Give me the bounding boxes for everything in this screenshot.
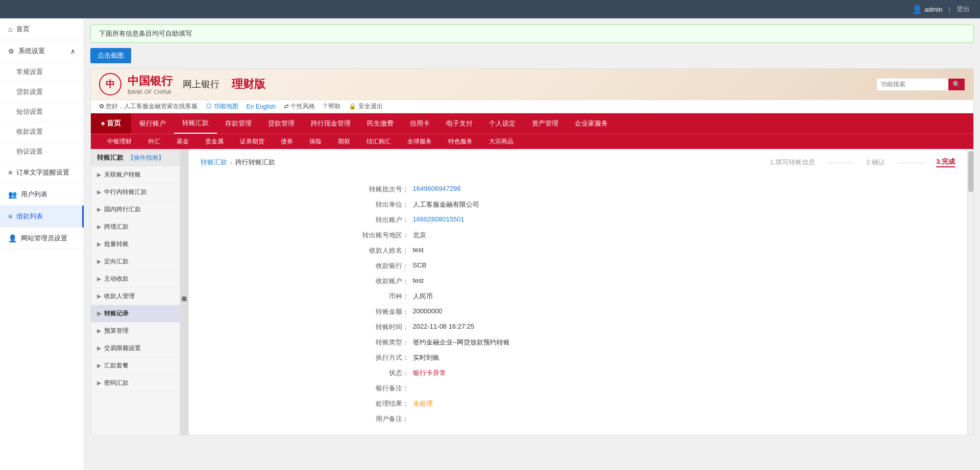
sidebar-item-collection[interactable]: 收款设置	[0, 122, 84, 142]
bank-style[interactable]: ⇄ 个性风格	[284, 102, 315, 111]
bank-help[interactable]: ? 帮助	[323, 102, 340, 111]
bank-map[interactable]: ◎ 功能地图	[206, 102, 238, 111]
bank-nav-account[interactable]: 银行账户	[131, 114, 174, 133]
bank-content: 转账汇款 【操作指南】 ▶ 关联账户转账 ▶ 中行内转账汇款 ▶ 国内跨行汇款	[91, 149, 973, 435]
bank-sidebar-transfer-records[interactable]: ▶ 转账记录	[91, 305, 180, 323]
bank-nav-deposit[interactable]: 存款管理	[217, 114, 260, 133]
bank-safe-exit[interactable]: 🔒 安全退出	[349, 102, 382, 111]
bank-english[interactable]: En English	[247, 103, 276, 110]
detail-row-currency: 币种： 人民币	[352, 289, 804, 304]
sidebar-item-loan-list[interactable]: ≡ 借款列表	[0, 206, 84, 228]
sidebar-item-user-list[interactable]: 👥 用户列表	[0, 184, 84, 206]
detail-row-user-note: 用户备注：	[352, 411, 804, 427]
sidebar-system-label: 系统设置	[18, 46, 45, 56]
bank-sidebar-cross-border[interactable]: ▶ 跨境汇款	[91, 218, 180, 236]
bank-sidebar-active-collect[interactable]: ▶ 主动收款	[91, 270, 180, 288]
bank-sidebar-budget-mgmt[interactable]: ▶ 预算管理	[91, 323, 180, 340]
admin-label: admin	[924, 6, 942, 13]
sidebar-item-normal[interactable]: 常规设置	[0, 62, 84, 82]
bank-sub-special[interactable]: 特色服务	[440, 134, 481, 149]
bank-sub-period[interactable]: 期权	[330, 134, 358, 149]
sidebar-item-home[interactable]: ⌂ 首页	[0, 18, 84, 40]
bank-sub-bulk[interactable]: 大宗商品	[481, 134, 522, 149]
bank-sidebar-linked-account[interactable]: ▶ 关联账户转账	[91, 166, 180, 184]
bank-sidebar-trade-limit[interactable]: ▶ 交易限额设置	[91, 340, 180, 357]
order-icon: ≡	[8, 168, 12, 177]
bank-search-btn[interactable]: 🔍	[948, 79, 965, 90]
bank-sub-global[interactable]: 全球服务	[399, 134, 440, 149]
scrollbar-thumb[interactable]	[968, 151, 973, 192]
bank-nav-creditcard[interactable]: 信用卡	[402, 114, 438, 133]
detail-label-exec: 执行方式：	[352, 353, 413, 362]
detail-value-time: 2022-11-08 16:27:25	[413, 323, 475, 330]
arrow-icon: ▶	[97, 206, 101, 213]
bank-sub-bonds[interactable]: 债券	[273, 134, 301, 149]
bank-sidebar-password-remit[interactable]: ▶ 密码汇款	[91, 375, 180, 392]
top-bar: 👤 admin | 登出	[0, 0, 980, 18]
bank-sidebar-transfer-records-label: 转账记录	[104, 309, 129, 318]
bank-sidebar-domestic[interactable]: ▶ 国内跨行汇款	[91, 201, 180, 218]
arrow-icon: ▶	[97, 362, 101, 369]
arrow-icon-selected: ▶	[97, 310, 101, 317]
screenshot-button[interactable]: 点击截图	[90, 48, 131, 63]
sidebar-agreement-label: 协议设置	[16, 147, 43, 155]
bank-sub-nav: 中银理财 外汇 基金 贵金属 证券期货 债券 保险 期权 结汇购汇 全球服务 特…	[91, 134, 973, 149]
arrow-icon: ▶	[97, 241, 101, 248]
collapse-tab[interactable]: 隐藏菜单	[180, 149, 188, 435]
detail-value-status: 银行卡异常	[413, 368, 446, 378]
sidebar-group-system-header[interactable]: ⚙ 系统设置 ∧	[0, 40, 84, 62]
bank-sidebar-password-remit-label: 密码汇款	[104, 379, 129, 387]
detail-value-batch[interactable]: 1649606947298	[413, 185, 461, 192]
home-icon: ⌂	[8, 25, 12, 33]
bank-sub-bocfund[interactable]: 中银理财	[99, 134, 140, 149]
breadcrumb-parent[interactable]: 转账汇款	[201, 158, 227, 167]
sidebar-item-order-remind[interactable]: ≡ 订单文字提醒设置	[0, 162, 84, 184]
sidebar-item-agreement[interactable]: 协议设置	[0, 142, 84, 162]
bank-nav-civil[interactable]: 民生缴费	[359, 114, 402, 133]
sidebar-collection-label: 收款设置	[16, 128, 43, 135]
bank-search[interactable]: 🔍	[876, 78, 965, 91]
detail-row-exec: 执行方式： 实时到账	[352, 350, 804, 365]
detail-row-status: 状态： 银行卡异常	[352, 365, 804, 381]
bank-nav-home[interactable]: ♠ 首页	[91, 114, 131, 133]
content-area: 下面所有信息条目均可自助填写 点击截图 中 中国银行 BANK OF CHINA…	[84, 18, 980, 470]
bank-sub-fund[interactable]: 基金	[168, 134, 197, 149]
sidebar-item-loan-settings[interactable]: 贷款设置	[0, 82, 84, 102]
sidebar-sms-label: 短信设置	[16, 108, 43, 115]
sidebar-item-sms[interactable]: 短信设置	[0, 102, 84, 122]
bank-header-right: 🔍	[876, 78, 965, 91]
bank-nav-enterprise[interactable]: 企业家服务	[567, 114, 616, 133]
sidebar-item-site-admin[interactable]: 👤 网站管理员设置	[0, 228, 84, 250]
bank-search-input[interactable]	[877, 79, 948, 90]
bank-sidebar-batch[interactable]: ▶ 批量转账	[91, 236, 180, 253]
bank-sub-insurance[interactable]: 保险	[301, 134, 330, 149]
bank-nav-personal[interactable]: 个人设定	[481, 114, 524, 133]
detail-label-account-out: 转出账户：	[352, 215, 413, 225]
sidebar-group-system[interactable]: ⚙ 系统设置 ∧ 常规设置 贷款设置 短信设置 收款设置 协议设置	[0, 40, 84, 162]
bank-sub-futures[interactable]: 证券期货	[232, 134, 273, 149]
bank-sidebar-targeted[interactable]: ▶ 定向汇款	[91, 253, 180, 270]
bank-nav-transfer[interactable]: 转账汇款	[174, 113, 217, 134]
bank-sub-precious[interactable]: 贵金属	[197, 134, 232, 149]
detail-row-account-out: 转出账户： 16602808015501	[352, 212, 804, 228]
scrollbar[interactable]	[967, 149, 973, 435]
bank-nav-credit-mgmt[interactable]: 贷款管理	[260, 114, 303, 133]
bank-step1: 1.填写转账信息	[770, 158, 815, 167]
logout-button[interactable]: 登出	[957, 5, 970, 14]
bank-nav-epay[interactable]: 电子支付	[438, 114, 481, 133]
bank-product: 理财版	[232, 77, 265, 92]
bank-sidebar-payee-mgmt[interactable]: ▶ 收款人管理	[91, 288, 180, 305]
bank-sidebar-intrabank[interactable]: ▶ 中行内转账汇款	[91, 184, 180, 201]
detail-label-payee-account: 收款账户：	[352, 277, 413, 286]
bank-name-en: BANK OF CHINA	[128, 89, 173, 95]
bank-sidebar-batch-label: 批量转账	[104, 240, 129, 249]
arrow-icon: ▶	[97, 171, 101, 178]
bank-sidebar-remit-package[interactable]: ▶ 汇款套餐	[91, 357, 180, 375]
bank-nav-all-manage[interactable]: 跨行现金管理	[303, 114, 359, 133]
detail-value-company: 人工客服金融有限公司	[413, 200, 479, 209]
bank-nav-assets[interactable]: 资产管理	[524, 114, 567, 133]
bank-sub-foreign[interactable]: 外汇	[140, 134, 168, 149]
detail-value-account-out[interactable]: 16602808015501	[413, 215, 464, 223]
bank-guide-link[interactable]: 【操作指南】	[128, 154, 164, 162]
bank-sub-settlement[interactable]: 结汇购汇	[358, 134, 399, 149]
